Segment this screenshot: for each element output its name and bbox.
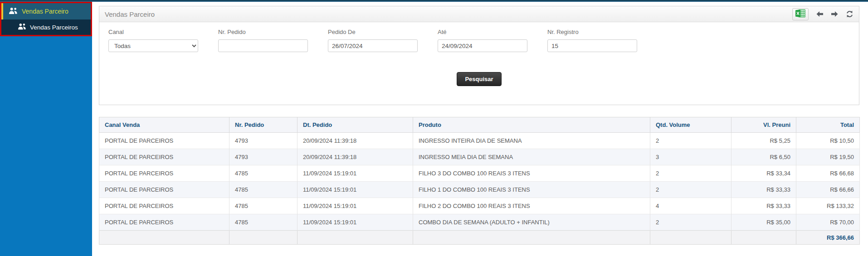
table-footer-cell: [297, 231, 413, 245]
sidebar: Vendas Parceiro Vendas Parceiros: [0, 2, 92, 256]
col-produto: Produto: [413, 117, 650, 133]
search-button-row: Pesquisar: [108, 72, 850, 86]
table-cell: PORTAL DE PARCEIROS: [99, 149, 229, 165]
table-cell: R$ 33,33: [731, 182, 796, 198]
table-cell: 11/09/2024 15:19:01: [297, 214, 413, 231]
table-body: PORTAL DE PARCEIROS479320/09/2024 11:39:…: [99, 133, 860, 231]
table-header-row: Canal Venda Nr. Pedido Dt. Pedido Produt…: [99, 117, 860, 133]
table-cell: R$ 33,34: [731, 165, 796, 182]
table-cell: 11/09/2024 15:19:01: [297, 182, 413, 198]
table-cell: PORTAL DE PARCEIROS: [99, 182, 229, 198]
nr-pedido-input[interactable]: [218, 39, 308, 52]
table-cell: R$ 66,66: [796, 182, 860, 198]
table-cell: R$ 35,00: [731, 214, 796, 231]
table-footer-cell: [99, 231, 229, 245]
filter-nr-registro: Nr. Registro: [547, 29, 637, 52]
table-cell: 4793: [229, 133, 297, 149]
filter-ate: Até: [438, 29, 527, 52]
arrow-right-icon[interactable]: [831, 11, 839, 17]
table-row: PORTAL DE PARCEIROS479320/09/2024 11:39:…: [99, 133, 860, 149]
col-nr-pedido: Nr. Pedido: [229, 117, 297, 133]
table-cell: INGRESSO INTEIRA DIA DE SEMANA: [413, 133, 650, 149]
table-cell: R$ 5,25: [731, 133, 796, 149]
search-button[interactable]: Pesquisar: [457, 72, 501, 86]
panel-tools: [792, 8, 853, 20]
filter-panel: Vendas Parceiro: [99, 6, 859, 105]
filter-pedido-de: Pedido De: [328, 29, 418, 52]
filter-nr-registro-label: Nr. Registro: [547, 29, 637, 35]
table-cell: 11/09/2024 15:19:01: [297, 165, 413, 182]
table-cell: FILHO 2 DO COMBO 100 REAIS 3 ITENS: [413, 198, 650, 214]
table-cell: 2: [650, 133, 731, 149]
nr-registro-input[interactable]: [547, 39, 637, 52]
filters-row: Canal Todas Nr. Pedido Pedido De Até: [108, 29, 850, 52]
table-cell: R$ 66,68: [796, 165, 860, 182]
pedido-de-input[interactable]: [328, 39, 418, 52]
users-icon: [9, 7, 18, 16]
col-vl-preuni: Vl. Preuni: [731, 117, 796, 133]
table-cell: FILHO 3 DO COMBO 100 REAIS 3 ITENS: [413, 165, 650, 182]
table-cell: 4785: [229, 214, 297, 231]
col-qtd-volume: Qtd. Volume: [650, 117, 731, 133]
col-total: Total: [796, 117, 860, 133]
table-cell: FILHO 1 DO COMBO 100 REAIS 3 ITENS: [413, 182, 650, 198]
table-row: PORTAL DE PARCEIROS478511/09/2024 15:19:…: [99, 165, 860, 182]
panel-header: Vendas Parceiro: [99, 6, 859, 22]
table-cell: COMBO DIA DE SEMANA (ADULTO + INFANTIL): [413, 214, 650, 231]
sidebar-item-label: Vendas Parceiros: [30, 24, 78, 31]
sidebar-highlight-group: Vendas Parceiro Vendas Parceiros: [0, 2, 92, 36]
table-cell: INGRESSO MEIA DIA DE SEMANA: [413, 149, 650, 165]
table-cell: 4785: [229, 198, 297, 214]
table-cell: 4785: [229, 182, 297, 198]
table-cell: 3: [650, 149, 731, 165]
col-dt-pedido: Dt. Pedido: [297, 117, 413, 133]
table-row: PORTAL DE PARCEIROS478511/09/2024 15:19:…: [99, 214, 860, 231]
table-cell: 4: [650, 198, 731, 214]
table-cell: 2: [650, 214, 731, 231]
refresh-icon[interactable]: [846, 10, 853, 18]
grand-total: R$ 366,66: [796, 231, 860, 245]
filter-canal: Canal Todas: [108, 29, 198, 52]
table-footer-cell: [229, 231, 297, 245]
table-footer-cell: [731, 231, 796, 245]
main-content: Vendas Parceiro: [92, 0, 868, 256]
table-footer-row: R$ 366,66: [99, 231, 860, 245]
table-cell: 2: [650, 165, 731, 182]
table-cell: 2: [650, 182, 731, 198]
table-cell: PORTAL DE PARCEIROS: [99, 214, 229, 231]
table-cell: R$ 70,00: [796, 214, 860, 231]
filter-nr-pedido: Nr. Pedido: [218, 29, 308, 52]
table-cell: 20/09/2024 11:39:18: [297, 133, 413, 149]
table-cell: PORTAL DE PARCEIROS: [99, 133, 229, 149]
sidebar-item-vendas-parceiros[interactable]: Vendas Parceiros: [1, 19, 91, 35]
excel-export-button[interactable]: [792, 8, 809, 20]
arrow-left-icon[interactable]: [816, 11, 824, 17]
sidebar-item-label: Vendas Parceiro: [22, 8, 68, 15]
filter-canal-label: Canal: [108, 29, 198, 35]
table-cell: PORTAL DE PARCEIROS: [99, 165, 229, 182]
table-row: PORTAL DE PARCEIROS478511/09/2024 15:19:…: [99, 182, 860, 198]
panel-title: Vendas Parceiro: [105, 10, 155, 18]
table-cell: PORTAL DE PARCEIROS: [99, 198, 229, 214]
table-cell: 4785: [229, 165, 297, 182]
table-row: PORTAL DE PARCEIROS479320/09/2024 11:39:…: [99, 149, 860, 165]
filter-nr-pedido-label: Nr. Pedido: [218, 29, 308, 35]
users-icon: [18, 23, 26, 31]
table-cell: R$ 19,50: [796, 149, 860, 165]
sidebar-item-vendas-parceiro[interactable]: Vendas Parceiro: [1, 3, 91, 19]
ate-input[interactable]: [438, 39, 527, 52]
excel-icon: [795, 9, 805, 19]
table-cell: R$ 10,50: [796, 133, 860, 149]
canal-select[interactable]: Todas: [108, 39, 198, 52]
col-canal-venda: Canal Venda: [99, 117, 229, 133]
table-cell: R$ 133,32: [796, 198, 860, 214]
table-footer-cell: [650, 231, 731, 245]
filter-pedido-de-label: Pedido De: [328, 29, 418, 35]
panel-body: Canal Todas Nr. Pedido Pedido De Até: [99, 22, 859, 86]
table-row: PORTAL DE PARCEIROS478511/09/2024 15:19:…: [99, 198, 860, 214]
table-cell: 20/09/2024 11:39:18: [297, 149, 413, 165]
filter-ate-label: Até: [438, 29, 527, 35]
table-cell: 11/09/2024 15:19:01: [297, 198, 413, 214]
table-cell: R$ 33,33: [731, 198, 796, 214]
table-cell: R$ 6,50: [731, 149, 796, 165]
